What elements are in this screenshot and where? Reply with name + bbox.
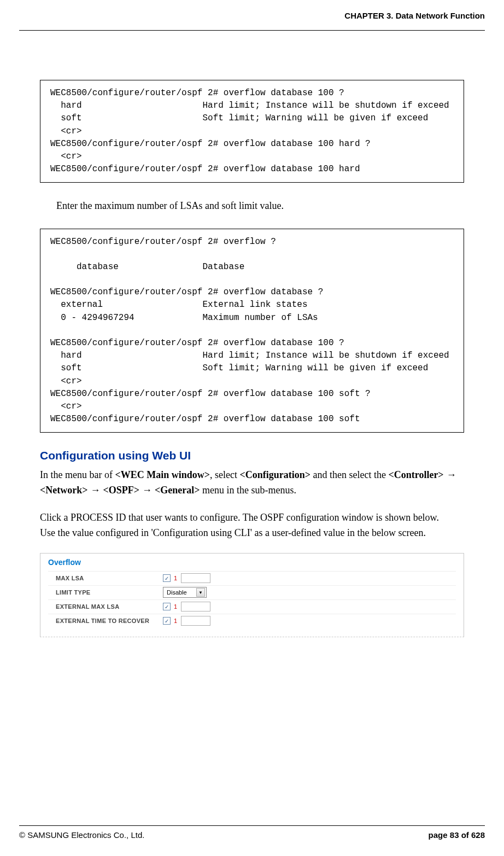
arrow-icon: →: [444, 469, 456, 480]
checkbox-ext-time[interactable]: ✓: [163, 617, 171, 625]
num-max-lsa: 1: [174, 575, 177, 581]
checkbox-ext-max-lsa[interactable]: ✓: [163, 603, 171, 610]
arrow-icon: →: [139, 485, 155, 496]
p1-bold1: <WEC Main window>: [115, 469, 210, 480]
arrow-icon: →: [88, 485, 103, 496]
p1-bold4: <Network>: [40, 485, 88, 496]
header-divider: [19, 30, 485, 31]
code-block-2: WEC8500/configure/router/ospf 2# overflo…: [40, 229, 464, 433]
overflow-config-panel: Overflow MAX LSA ✓ 1 LIMIT TYPE Disable …: [40, 553, 464, 637]
row-external-time: EXTERNAL TIME TO RECOVER ✓ 1: [48, 614, 456, 628]
panel-title: Overflow: [48, 558, 456, 567]
p1-bold6: <General>: [155, 485, 200, 496]
select-limit-type[interactable]: Disable ▼: [163, 587, 207, 598]
chevron-down-icon: ▼: [196, 588, 205, 597]
instruction-text: Enter the maximum number of LSAs and sof…: [56, 199, 464, 213]
footer-copyright: © SAMSUNG Electronics Co., Ltd.: [19, 830, 144, 840]
paragraph-2: Click a PROCESS ID that user wants to co…: [40, 510, 464, 526]
input-max-lsa[interactable]: [181, 573, 210, 583]
code-block-1: WEC8500/configure/router/ospf 2# overflo…: [40, 80, 464, 183]
p1-prefix: In the menu bar of: [40, 469, 115, 480]
checkbox-max-lsa[interactable]: ✓: [163, 574, 171, 582]
p1-mid2: and then select the: [310, 469, 388, 480]
p1-bold5: <OSPF>: [103, 485, 140, 496]
footer-page-number: page 83 of 628: [429, 830, 485, 840]
row-max-lsa: MAX LSA ✓ 1: [48, 571, 456, 585]
num-ext-max-lsa: 1: [174, 603, 177, 610]
p1-mid1: , select: [210, 469, 239, 480]
p1-suffix: menu in the sub-menus.: [200, 485, 296, 496]
label-max-lsa: MAX LSA: [48, 575, 163, 581]
select-value: Disable: [167, 589, 187, 596]
chapter-header: CHAPTER 3. Data Network Function: [19, 11, 485, 20]
paragraph-3: Use the value configured in 'Configurati…: [40, 526, 464, 541]
row-limit-type: LIMIT TYPE Disable ▼: [48, 585, 456, 599]
label-ext-time: EXTERNAL TIME TO RECOVER: [48, 618, 163, 624]
p1-bold3: <Controller>: [388, 469, 443, 480]
paragraph-1: In the menu bar of <WEC Main window>, se…: [40, 468, 464, 498]
footer-divider: [19, 825, 485, 826]
label-ext-max-lsa: EXTERNAL MAX LSA: [48, 603, 163, 610]
row-external-max-lsa: EXTERNAL MAX LSA ✓ 1: [48, 599, 456, 614]
input-ext-max-lsa[interactable]: [181, 602, 210, 612]
page-footer: © SAMSUNG Electronics Co., Ltd. page 83 …: [19, 825, 485, 840]
input-ext-time[interactable]: [181, 616, 210, 626]
num-ext-time: 1: [174, 618, 177, 624]
section-heading: Configuration using Web UI: [40, 449, 464, 462]
label-limit-type: LIMIT TYPE: [48, 589, 163, 596]
p1-bold2: <Configuration>: [239, 469, 310, 480]
